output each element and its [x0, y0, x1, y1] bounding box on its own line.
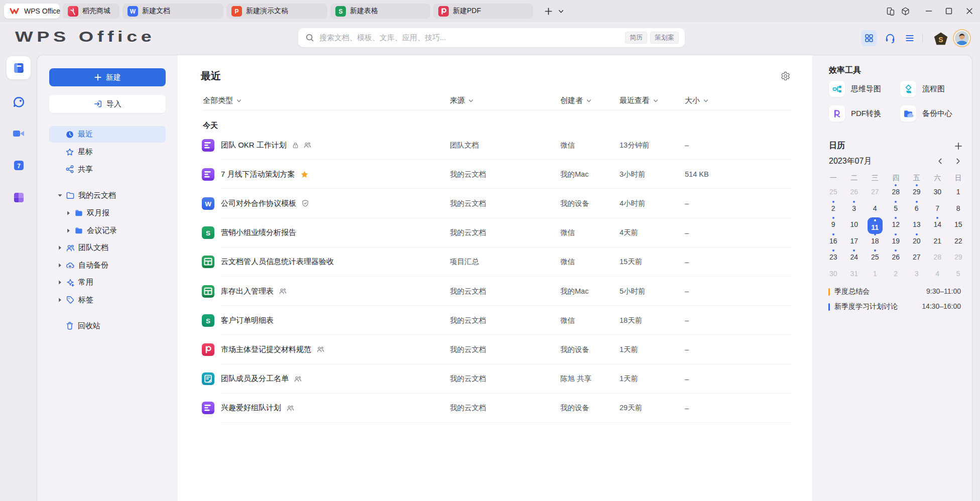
sidebar-tree-会议记录[interactable]: 会议记录	[49, 222, 166, 239]
calendar-day[interactable]: 28	[927, 253, 948, 261]
main-menu-button[interactable]	[904, 32, 916, 44]
column-header-source[interactable]: 来源	[450, 95, 474, 106]
calendar-day[interactable]: 19	[886, 237, 907, 245]
tab-document-3[interactable]: P新建演示文稿	[226, 4, 327, 19]
column-header-size[interactable]: 大小	[685, 95, 709, 106]
calendar-day[interactable]: 4	[865, 204, 886, 212]
tab-document-5[interactable]: 新建PDF	[433, 4, 533, 19]
calendar-day[interactable]: 31	[844, 270, 865, 278]
calendar-event[interactable]: 季度总结会9:30–11:00	[828, 287, 961, 297]
sidebar-tree-双月报[interactable]: 双月报	[49, 205, 166, 221]
minimize-button[interactable]	[921, 4, 936, 19]
rail-item-chat[interactable]	[7, 90, 31, 113]
calendar-day[interactable]: 30	[823, 270, 844, 278]
calendar-day[interactable]: 23	[823, 253, 844, 261]
tab-document-4[interactable]: S新建表格	[330, 4, 430, 19]
calendar-day[interactable]: 14	[927, 220, 948, 228]
calendar-day[interactable]: 15	[948, 220, 969, 228]
rail-item-apps[interactable]	[7, 186, 31, 209]
file-row[interactable]: 库存出入管理表我的云文档我的Mac5小时前–	[178, 277, 812, 306]
calendar-day-selected[interactable]: 11	[868, 217, 883, 234]
calendar-day[interactable]: 16	[823, 237, 844, 245]
tool-mindmap[interactable]: 思维导图	[829, 81, 881, 97]
calendar-day[interactable]: 29	[948, 253, 969, 261]
calendar-day[interactable]: 17	[844, 237, 865, 245]
device-sync-button[interactable]	[883, 4, 898, 19]
filter-all-types[interactable]: 全部类型	[203, 95, 242, 106]
calendar-day[interactable]: 25	[823, 188, 844, 196]
rail-item-meeting[interactable]	[7, 122, 31, 145]
sidebar-item-trash[interactable]: 回收站	[49, 318, 166, 334]
maximize-button[interactable]	[941, 4, 956, 19]
calendar-day[interactable]: 7	[927, 204, 948, 212]
sidebar-tree-自动备份[interactable]: 自动备份	[49, 257, 166, 274]
search-bar[interactable]: 搜索文档、模板、文库、应用、技巧... 简历 策划案	[298, 28, 685, 47]
tool-pdf-convert[interactable]: PDF转换	[829, 105, 881, 121]
calendar-day[interactable]: 22	[948, 237, 969, 245]
calendar-day[interactable]: 1	[865, 270, 886, 278]
calendar-day[interactable]: 28	[886, 188, 907, 196]
rail-item-calendar[interactable]: 7	[7, 154, 31, 177]
calendar-day[interactable]: 24	[844, 253, 865, 261]
calendar-day[interactable]: 2	[823, 204, 844, 212]
calendar-day[interactable]: 21	[927, 237, 948, 245]
calendar-day[interactable]: 30	[927, 188, 948, 196]
calendar-day[interactable]: 3	[844, 204, 865, 212]
sidebar-tree-标签[interactable]: 标签	[49, 292, 166, 308]
tool-backup-center[interactable]: 备份中心	[900, 105, 952, 121]
search-tag-resume[interactable]: 简历	[625, 32, 647, 44]
calendar-day[interactable]: 26	[886, 253, 907, 261]
tool-flowchart[interactable]: 流程图	[900, 81, 945, 97]
calendar-day[interactable]: 9	[823, 220, 844, 228]
column-header-creator[interactable]: 创建者	[560, 95, 592, 106]
calendar-day[interactable]: 12	[886, 220, 907, 228]
sidebar-tree-常用[interactable]: 常用	[49, 274, 166, 291]
file-row[interactable]: 云文档管人员信息统计表理器验收项目汇总微信15天前–	[178, 247, 812, 277]
sidebar-item-最近[interactable]: 最近	[49, 126, 166, 143]
column-header-viewed[interactable]: 最近查看	[620, 95, 659, 106]
calendar-next-button[interactable]	[953, 157, 962, 166]
calendar-day[interactable]: 3	[906, 270, 927, 278]
calendar-day[interactable]: 25	[865, 253, 886, 261]
calendar-day[interactable]: 2	[886, 270, 907, 278]
calendar-day[interactable]: 5	[886, 204, 907, 212]
calendar-day[interactable]: 10	[844, 220, 865, 228]
calendar-day[interactable]: 27	[906, 253, 927, 261]
rail-item-documents[interactable]	[7, 56, 31, 79]
calendar-day[interactable]: 8	[948, 204, 969, 212]
sidebar-item-星标[interactable]: 星标	[49, 144, 166, 160]
close-button[interactable]	[962, 4, 977, 19]
file-row[interactable]: 市场主体登记提交材料规范我的云文档我的设备1天前–	[178, 335, 812, 364]
user-avatar[interactable]	[953, 29, 971, 47]
calendar-day[interactable]: 18	[865, 237, 886, 245]
calendar-day[interactable]: 5	[948, 270, 969, 278]
calendar-day[interactable]: 27	[865, 188, 886, 196]
calendar-day[interactable]: 13	[906, 220, 927, 228]
file-row[interactable]: W公司对外合作协议模板我的云文档我的设备4小时前–	[178, 189, 812, 218]
workspace-cube-button[interactable]	[898, 4, 913, 19]
file-row[interactable]: 7 月线下活动策划方案我的云文档我的Mac3小时前514 KB	[178, 160, 812, 189]
file-row[interactable]: 团队成员及分工名单我的云文档陈旭 共享1天前–	[178, 364, 812, 394]
file-row[interactable]: S客户订单明细表我的云文档微信18天前–	[178, 306, 812, 335]
tab-list-dropdown[interactable]	[556, 7, 565, 16]
new-tab-button[interactable]	[542, 5, 554, 17]
calendar-prev-button[interactable]	[936, 157, 945, 166]
calendar-day[interactable]: 4	[927, 270, 948, 278]
calendar-day[interactable]: 20	[906, 237, 927, 245]
tab-document-2[interactable]: W新建文档	[122, 4, 223, 19]
file-row[interactable]: 团队 OKR 工作计划团队文档微信13分钟前–	[178, 131, 812, 160]
svip-badge[interactable]: S	[933, 32, 948, 46]
sidebar-item-共享[interactable]: 共享	[49, 161, 166, 178]
calendar-day[interactable]: 6	[906, 204, 927, 212]
file-row[interactable]: S营销小组业绩分析报告我的云文档微信4天前–	[178, 218, 812, 247]
calendar-add-event-button[interactable]	[953, 141, 964, 152]
sidebar-tree-我的云文档[interactable]: 我的云文档	[49, 187, 166, 204]
support-button[interactable]	[883, 31, 897, 45]
new-button[interactable]: 新建	[49, 68, 166, 86]
tab-home[interactable]: WPS Office	[4, 4, 60, 19]
file-row[interactable]: 兴趣爱好组队计划我的云文档我的设备29天前–	[178, 394, 812, 423]
import-button[interactable]: 导入	[49, 95, 166, 113]
search-tag-plan[interactable]: 策划案	[650, 32, 679, 44]
calendar-day[interactable]: 29	[906, 188, 927, 196]
tab-document-1[interactable]: 稻壳商城	[63, 4, 119, 19]
